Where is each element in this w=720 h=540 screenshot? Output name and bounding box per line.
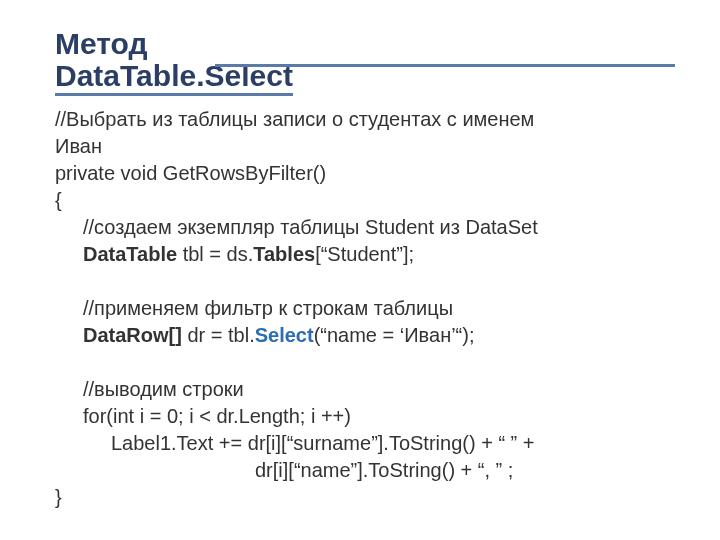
code-block: //Выбрать из таблицы записи о студентах … <box>55 106 665 511</box>
slide-title: Метод DataTable.Select <box>55 28 675 96</box>
line-for: for(int i = 0; i < dr.Length; i ++) <box>55 403 665 430</box>
brace-close: } <box>55 486 62 508</box>
line-label-name: dr[i][“name”].ToString() + “, ” ; <box>55 457 665 484</box>
txt-student-index: [“Student”]; <box>315 243 414 265</box>
comment-output-rows: //выводим строки <box>55 376 665 403</box>
comment-create-instance: //создаем экземпляр таблицы Student из D… <box>55 214 665 241</box>
slide: Метод DataTable.Select //Выбрать из табл… <box>0 0 720 540</box>
kw-tables: Tables <box>253 243 315 265</box>
kw-datatable: DataTable <box>83 243 177 265</box>
title-rule <box>215 64 675 67</box>
txt-tbl-ds: tbl = ds. <box>177 243 253 265</box>
comment-select-ivan-1: //Выбрать из таблицы записи о студентах … <box>55 108 534 130</box>
txt-select-arg: (“name = ‘Иван’“); <box>314 324 475 346</box>
comment-apply-filter: //применяем фильтр к строкам таблицы <box>55 295 665 322</box>
txt-dr-tbl: dr = tbl. <box>182 324 255 346</box>
title-line-1: Метод <box>55 28 154 60</box>
kw-select: Select <box>255 324 314 346</box>
line-label-surname: Label1.Text += dr[i][“surname”].ToString… <box>55 430 665 457</box>
method-signature: private void GetRowsByFilter() <box>55 162 326 184</box>
comment-select-ivan-2: Иван <box>55 135 102 157</box>
kw-datarow: DataRow[] <box>83 324 182 346</box>
brace-open: { <box>55 189 62 211</box>
line-datatable: DataTable tbl = ds.Tables[“Student”]; <box>55 241 665 268</box>
line-datarow: DataRow[] dr = tbl.Select(“name = ‘Иван’… <box>55 322 665 349</box>
